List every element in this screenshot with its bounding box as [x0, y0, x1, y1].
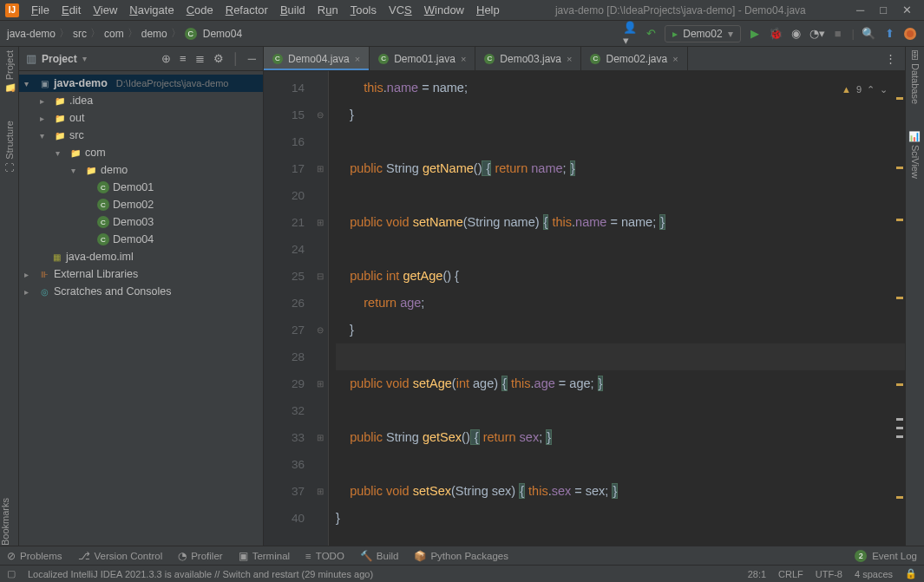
- tree-root[interactable]: ▾▣ java-demo D:\IdeaProjects\java-demo: [19, 75, 263, 92]
- tab-demo04[interactable]: CDemo04.java×: [264, 47, 370, 70]
- project-header: ▥ Project ▾ ⊕ ≡ ≣ ⚙ │ ─: [19, 47, 263, 71]
- tool-build[interactable]: 🔨Build: [360, 550, 399, 562]
- app-icon: IJ: [5, 3, 19, 17]
- tool-terminal[interactable]: ▣Terminal: [239, 550, 290, 562]
- tree-src[interactable]: ▾📁src: [19, 127, 263, 144]
- tree-scratches[interactable]: ▸◎Scratches and Consoles: [19, 283, 263, 300]
- expand-all-icon[interactable]: ≡: [180, 52, 187, 65]
- menu-run[interactable]: Run: [312, 2, 344, 18]
- tab-demo02[interactable]: CDemo02.java×: [581, 47, 687, 70]
- close-icon[interactable]: ×: [567, 54, 572, 64]
- tool-eventlog[interactable]: Event Log: [872, 551, 917, 561]
- run-config-label: Demo02: [683, 28, 722, 40]
- debug-button[interactable]: 🐞: [769, 27, 783, 41]
- status-bar: ▢ Localized IntelliJ IDEA 2021.3.3 is av…: [0, 565, 924, 582]
- tabs-more[interactable]: ⋮: [876, 47, 905, 70]
- profile-button[interactable]: ◔▾: [810, 27, 824, 41]
- tab-demo03[interactable]: CDemo03.java×: [475, 47, 581, 70]
- back-icon[interactable]: ↶: [644, 27, 658, 41]
- tree-out[interactable]: ▸📁out: [19, 109, 263, 127]
- title-bar: IJ File Edit View Navigate Code Refactor…: [0, 0, 924, 21]
- class-icon: C: [185, 28, 197, 40]
- crumb-com[interactable]: com: [104, 28, 124, 40]
- inspection-badge[interactable]: ▲ 9 ⌃ ⌄: [842, 76, 888, 103]
- tree-idea[interactable]: ▸📁.idea: [19, 92, 263, 109]
- select-opened-icon[interactable]: ⊕: [161, 52, 171, 65]
- tool-sciview[interactable]: 📊SciView: [909, 130, 921, 179]
- run-config-selector[interactable]: ▸ Demo02 ▾: [665, 25, 740, 43]
- caret-position[interactable]: 28:1: [748, 569, 766, 579]
- run-button[interactable]: ▶: [748, 27, 762, 41]
- crumb-file[interactable]: Demo04: [203, 28, 242, 40]
- line-separator[interactable]: CRLF: [778, 569, 803, 579]
- indent-info[interactable]: 4 spaces: [855, 569, 893, 579]
- window-controls: ─ □ ✕: [856, 3, 919, 16]
- tool-python[interactable]: 📦Python Packages: [414, 550, 508, 562]
- status-message[interactable]: Localized IntelliJ IDEA 2021.3.3 is avai…: [28, 569, 736, 579]
- menu-build[interactable]: Build: [275, 2, 311, 18]
- tool-structure[interactable]: ⛶Structure: [4, 121, 15, 173]
- code-content[interactable]: this.name = name; } public String getNam…: [329, 71, 905, 546]
- close-icon[interactable]: ×: [355, 54, 360, 64]
- editor-tabs: CDemo04.java× CDemo01.java× CDemo03.java…: [264, 47, 905, 71]
- ide-icon[interactable]: [903, 27, 917, 41]
- menu-navigate[interactable]: Navigate: [124, 2, 179, 18]
- user-icon[interactable]: 👤▾: [623, 27, 637, 41]
- project-title[interactable]: Project: [42, 53, 77, 65]
- crumb-demo[interactable]: demo: [141, 28, 167, 40]
- main-menu: File Edit View Navigate Code Refactor Bu…: [26, 2, 505, 18]
- close-icon[interactable]: ×: [672, 54, 678, 64]
- crumb-root[interactable]: java-demo: [7, 28, 56, 40]
- tree-demo-pkg[interactable]: ▾📁demo: [19, 161, 263, 179]
- tree-demo04[interactable]: CDemo04: [19, 231, 263, 248]
- settings-icon[interactable]: ⚙: [213, 52, 224, 65]
- tool-vcs[interactable]: ⎇Version Control: [78, 550, 163, 562]
- crumb-src[interactable]: src: [73, 28, 87, 40]
- tree-com[interactable]: ▾📁com: [19, 144, 263, 161]
- editor: CDemo04.java× CDemo01.java× CDemo03.java…: [264, 47, 905, 546]
- tool-profiler[interactable]: ◔Profiler: [178, 550, 222, 562]
- tree-demo01[interactable]: CDemo01: [19, 179, 263, 196]
- search-icon[interactable]: 🔍: [862, 27, 875, 41]
- left-tool-strip: 📁Project ⛶Structure: [0, 47, 19, 546]
- tool-todo[interactable]: ≡TODO: [305, 551, 344, 561]
- tool-database[interactable]: 🗄Database: [910, 50, 921, 104]
- menu-file[interactable]: File: [26, 2, 55, 18]
- menu-view[interactable]: View: [88, 2, 122, 18]
- menu-code[interactable]: Code: [181, 2, 219, 18]
- minimize-button[interactable]: ─: [856, 3, 864, 16]
- coverage-button[interactable]: ◉: [790, 27, 803, 41]
- prev-highlight-icon[interactable]: ⌃: [867, 76, 875, 103]
- file-encoding[interactable]: UTF-8: [816, 569, 842, 579]
- terminal-icon: ▣: [239, 550, 248, 562]
- close-button[interactable]: ✕: [902, 3, 912, 16]
- tree-demo03[interactable]: CDemo03: [19, 213, 263, 231]
- next-highlight-icon[interactable]: ⌄: [880, 76, 888, 103]
- collapse-all-icon[interactable]: ≣: [195, 52, 205, 65]
- close-icon[interactable]: ×: [461, 54, 466, 64]
- code-area: 1415 1617 2021 2425 2627 2829 3233 36 37…: [264, 71, 905, 546]
- menu-help[interactable]: Help: [471, 2, 505, 18]
- tool-project[interactable]: 📁Project: [3, 50, 15, 95]
- tool-problems[interactable]: ⊘Problems: [7, 550, 62, 562]
- warning-icon: ▲: [842, 76, 851, 103]
- update-icon[interactable]: ⬆: [882, 27, 896, 41]
- status-icon[interactable]: ▢: [7, 568, 16, 579]
- menu-window[interactable]: Window: [419, 2, 469, 18]
- tree-external-libs[interactable]: ▸⊪External Libraries: [19, 265, 263, 283]
- stop-button[interactable]: ■: [831, 27, 845, 41]
- menu-vcs[interactable]: VCS: [383, 2, 417, 18]
- menu-refactor[interactable]: Refactor: [220, 2, 273, 18]
- project-tree: ▾▣ java-demo D:\IdeaProjects\java-demo ▸…: [19, 71, 263, 546]
- maximize-button[interactable]: □: [880, 3, 887, 16]
- tree-demo02[interactable]: CDemo02: [19, 196, 263, 213]
- error-stripe[interactable]: [895, 71, 905, 546]
- readonly-icon[interactable]: 🔒: [905, 568, 917, 579]
- profiler-icon: ◔: [178, 550, 187, 562]
- tab-demo01[interactable]: CDemo01.java×: [370, 47, 475, 70]
- hide-icon[interactable]: ─: [248, 52, 256, 65]
- tool-bookmarks[interactable]: Bookmarks: [0, 498, 10, 546]
- menu-edit[interactable]: Edit: [56, 2, 86, 18]
- menu-tools[interactable]: Tools: [345, 2, 382, 18]
- tree-iml[interactable]: ▦java-demo.iml: [19, 248, 263, 265]
